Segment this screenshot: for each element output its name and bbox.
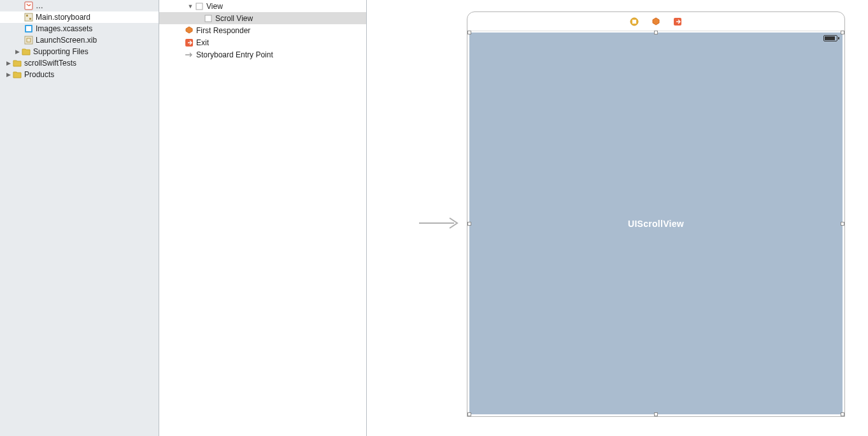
scene-view-controller[interactable]: UIScrollView <box>467 11 845 417</box>
svg-rect-12 <box>632 20 636 24</box>
swift-file-icon <box>24 1 33 10</box>
resize-handle[interactable] <box>467 222 471 226</box>
resize-handle[interactable] <box>654 412 658 416</box>
uiscrollview-canvas-object[interactable]: UIScrollView <box>469 33 843 414</box>
resize-handle[interactable] <box>841 412 844 416</box>
file-label: Images.xcassets <box>36 24 92 33</box>
disclosure-right-icon[interactable]: ▶ <box>14 48 20 55</box>
svg-rect-6 <box>25 36 32 44</box>
folder-icon <box>13 59 22 67</box>
folder-row-supporting-files[interactable]: ▶ Supporting Files <box>0 46 159 57</box>
battery-icon <box>823 35 837 41</box>
outline-row-scroll-view[interactable]: Scroll View <box>159 12 366 24</box>
disclosure-right-icon[interactable]: ▶ <box>5 60 11 66</box>
view-rect-icon <box>204 14 213 23</box>
resize-handle[interactable] <box>467 412 471 416</box>
outline-row-entry-point[interactable]: Storyboard Entry Point <box>159 48 366 61</box>
outline-label: First Responder <box>196 26 250 35</box>
resize-handle[interactable] <box>841 31 844 34</box>
svg-rect-9 <box>205 15 211 22</box>
status-bar <box>823 33 843 44</box>
resize-handle[interactable] <box>654 31 658 34</box>
first-responder-icon <box>185 26 194 35</box>
disclosure-right-icon[interactable]: ▶ <box>5 71 11 78</box>
entry-arrow-icon <box>185 50 194 59</box>
folder-icon <box>22 48 31 55</box>
interface-builder-canvas[interactable]: UIScrollView <box>367 0 868 436</box>
outline-label: Storyboard Entry Point <box>196 50 273 59</box>
svg-rect-5 <box>26 26 31 31</box>
disclosure-down-icon[interactable]: ▼ <box>187 3 194 10</box>
scene-responder-icon[interactable] <box>651 17 661 27</box>
exit-icon <box>185 38 194 47</box>
folder-label: Supporting Files <box>33 47 89 56</box>
xcassets-file-icon <box>24 24 33 33</box>
file-row-launchscreen-xib[interactable]: LaunchScreen.xib <box>0 34 159 46</box>
outline-row-first-responder[interactable]: First Responder <box>159 24 366 36</box>
folder-row-scrollswifttests[interactable]: ▶ scrollSwiftTests <box>0 57 159 69</box>
resize-handle[interactable] <box>841 222 844 226</box>
folder-label: scrollSwiftTests <box>24 59 76 68</box>
folder-row-products[interactable]: ▶ Products <box>0 69 159 80</box>
project-navigator: … Main.storyboard Images.xcassets Launch… <box>0 0 159 436</box>
scene-shield-icon[interactable] <box>629 17 639 27</box>
storyboard-file-icon <box>24 13 33 22</box>
scene-exit-icon[interactable] <box>672 17 683 27</box>
folder-icon <box>13 71 22 78</box>
outline-label: Exit <box>196 38 209 47</box>
file-row-main-storyboard[interactable]: Main.storyboard <box>0 11 159 23</box>
resize-handle[interactable] <box>467 31 471 34</box>
folder-label: Products <box>24 70 54 79</box>
svg-rect-8 <box>196 3 203 10</box>
outline-row-view[interactable]: ▼ View <box>159 0 366 12</box>
uiscrollview-label: UIScrollView <box>469 219 843 229</box>
outline-row-exit[interactable]: Exit <box>159 36 366 48</box>
storyboard-entry-arrow-icon[interactable] <box>418 215 462 231</box>
document-outline: ▼ View Scroll View First Responder Exit … <box>159 0 367 436</box>
svg-rect-3 <box>29 18 31 20</box>
outline-label: Scroll View <box>215 14 253 23</box>
file-row-truncated[interactable]: … <box>0 0 159 11</box>
file-label: … <box>36 1 43 10</box>
scene-header <box>467 12 844 31</box>
svg-rect-1 <box>25 13 32 21</box>
file-label: Main.storyboard <box>36 13 90 22</box>
file-row-images-xcassets[interactable]: Images.xcassets <box>0 23 159 34</box>
file-label: LaunchScreen.xib <box>36 36 97 45</box>
svg-rect-2 <box>26 15 28 17</box>
view-rect-icon <box>195 2 204 11</box>
outline-label: View <box>206 2 223 11</box>
xib-file-icon <box>24 36 33 45</box>
